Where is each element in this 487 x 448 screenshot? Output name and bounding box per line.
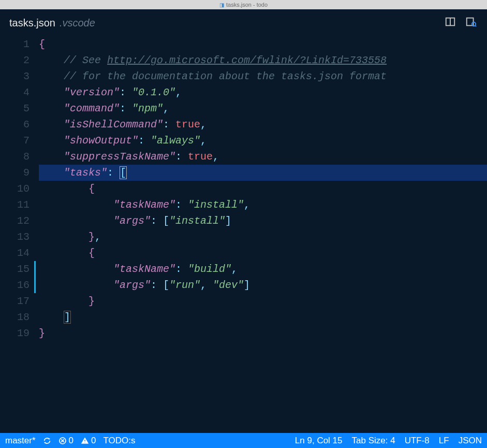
code-line[interactable]: { (39, 181, 487, 197)
line-number: 5 (0, 100, 29, 117)
code-line[interactable]: // See http://go.microsoft.com/fwlink/?L… (39, 52, 487, 68)
split-editor-icon[interactable] (445, 16, 456, 30)
code-line[interactable]: "taskName": "install", (39, 197, 487, 213)
line-number: 10 (0, 181, 29, 197)
todos-label: TODO:s (104, 436, 136, 446)
line-number: 3 (0, 68, 29, 84)
encoding[interactable]: UTF-8 (405, 436, 430, 446)
todos-button[interactable]: TODO:s (104, 436, 136, 446)
code-line[interactable]: { (39, 36, 487, 52)
git-modified-indicator (34, 261, 36, 277)
code-line[interactable]: "args": ["run", "dev"] (39, 277, 487, 293)
svg-point-9 (84, 442, 85, 443)
code-line[interactable]: "tasks": [ (39, 165, 487, 181)
errors-value: 0 (69, 436, 73, 446)
line-number: 14 (0, 245, 29, 261)
line-number: 9 (0, 165, 29, 181)
status-bar: master* 0 0 TODO:s Ln 9, Col 15 Tab Size… (0, 433, 487, 448)
git-branch-label: master* (5, 436, 36, 446)
window-title: tasks.json - todo (226, 2, 268, 8)
code-line[interactable]: } (39, 293, 487, 309)
errors-count[interactable]: 0 (58, 436, 73, 446)
line-number: 13 (0, 229, 29, 245)
tab-filename[interactable]: tasks.json (9, 17, 55, 29)
code-content[interactable]: { // See http://go.microsoft.com/fwlink/… (39, 36, 487, 433)
line-number: 16 (0, 277, 29, 293)
cursor-position[interactable]: Ln 9, Col 15 (295, 436, 343, 446)
line-number: 4 (0, 84, 29, 100)
line-number: 18 (0, 309, 29, 325)
code-line[interactable]: "taskName": "build", (39, 261, 487, 277)
line-number-gutter: 12345678910111213141516171819 (0, 36, 39, 433)
code-line[interactable]: ] (39, 309, 487, 325)
code-line[interactable]: "version": "0.1.0", (39, 84, 487, 100)
code-line[interactable]: // for the documentation about the tasks… (39, 68, 487, 84)
svg-line-4 (475, 25, 476, 26)
code-line[interactable]: "command": "npm", (39, 100, 487, 117)
line-number: 2 (0, 52, 29, 68)
line-number: 19 (0, 325, 29, 341)
line-number: 1 (0, 36, 29, 52)
bracket-match: ] (64, 311, 71, 324)
code-line[interactable]: "showOutput": "always", (39, 133, 487, 149)
vscode-icon: ◨ (219, 2, 224, 8)
code-line[interactable]: { (39, 245, 487, 261)
os-titlebar: ◨ tasks.json - todo (0, 0, 487, 9)
line-number: 11 (0, 197, 29, 213)
eol[interactable]: LF (439, 436, 449, 446)
code-line[interactable]: } (39, 325, 487, 341)
line-number: 6 (0, 117, 29, 133)
cursor: [ (120, 166, 127, 179)
preview-icon[interactable] (465, 16, 477, 30)
line-number: 15 (0, 261, 29, 277)
tab-folder: .vscode (60, 17, 95, 29)
warnings-value: 0 (91, 436, 96, 446)
git-sync-icon[interactable] (43, 437, 51, 445)
code-line[interactable]: "args": ["install"] (39, 213, 487, 229)
tab-bar: tasks.json .vscode (0, 9, 487, 36)
line-number: 7 (0, 133, 29, 149)
line-number: 8 (0, 149, 29, 165)
url-link[interactable]: http://go.microsoft.com/fwlink/?LinkId=7… (107, 54, 387, 66)
git-modified-indicator (34, 277, 36, 293)
warnings-count[interactable]: 0 (81, 436, 96, 446)
code-editor[interactable]: 12345678910111213141516171819 { // See h… (0, 36, 487, 433)
tab-actions (445, 16, 477, 30)
line-number: 17 (0, 293, 29, 309)
language-mode[interactable]: JSON (459, 436, 482, 446)
git-branch[interactable]: master* (5, 436, 36, 446)
code-line[interactable]: "isShellCommand": true, (39, 117, 487, 133)
line-number: 12 (0, 213, 29, 229)
code-line[interactable]: }, (39, 229, 487, 245)
code-line[interactable]: "suppressTaskName": true, (39, 149, 487, 165)
tab-size[interactable]: Tab Size: 4 (352, 436, 395, 446)
